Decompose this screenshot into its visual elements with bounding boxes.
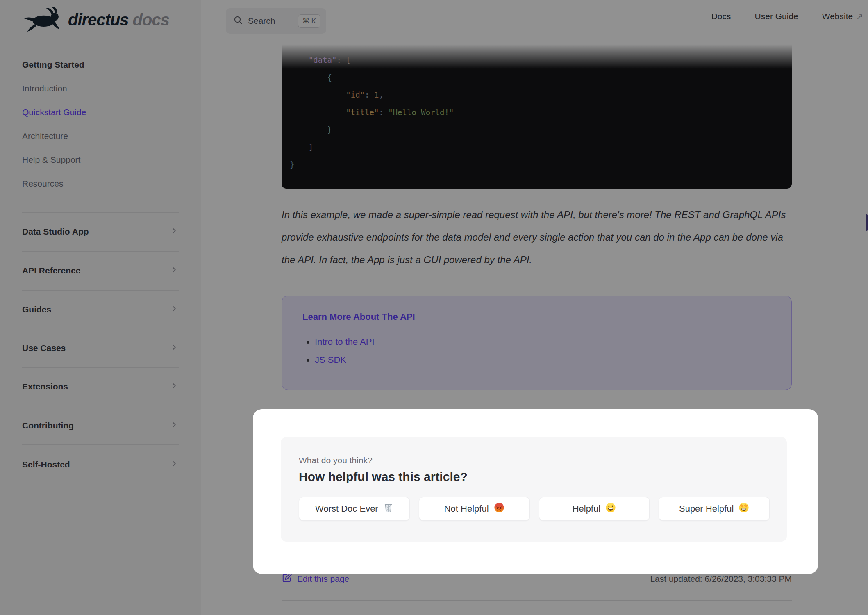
button-label: Not Helpful xyxy=(444,503,489,514)
worst-doc-ever-button[interactable]: Worst Doc Ever xyxy=(299,497,410,521)
feedback-card: What do you think? How helpful was this … xyxy=(281,437,787,542)
docs-page: directusdocs Getting Started Introductio… xyxy=(0,0,868,615)
feedback-buttons: Worst Doc Ever Not Helpful Helpful xyxy=(299,497,770,521)
button-label: Helpful xyxy=(573,503,600,514)
star-struck-emoji-icon xyxy=(738,502,749,515)
smiley-face-emoji-icon xyxy=(605,502,616,515)
button-label: Super Helpful xyxy=(679,503,734,514)
trash-emoji-icon xyxy=(383,503,393,515)
feedback-kicker: What do you think? xyxy=(299,455,770,466)
super-helpful-button[interactable]: Super Helpful xyxy=(659,497,770,521)
angry-face-emoji-icon xyxy=(494,502,504,515)
helpful-button[interactable]: Helpful xyxy=(539,497,650,521)
feedback-spotlight: What do you think? How helpful was this … xyxy=(253,409,818,574)
button-label: Worst Doc Ever xyxy=(315,503,378,514)
not-helpful-button[interactable]: Not Helpful xyxy=(419,497,530,521)
feedback-title: How helpful was this article? xyxy=(299,469,770,485)
